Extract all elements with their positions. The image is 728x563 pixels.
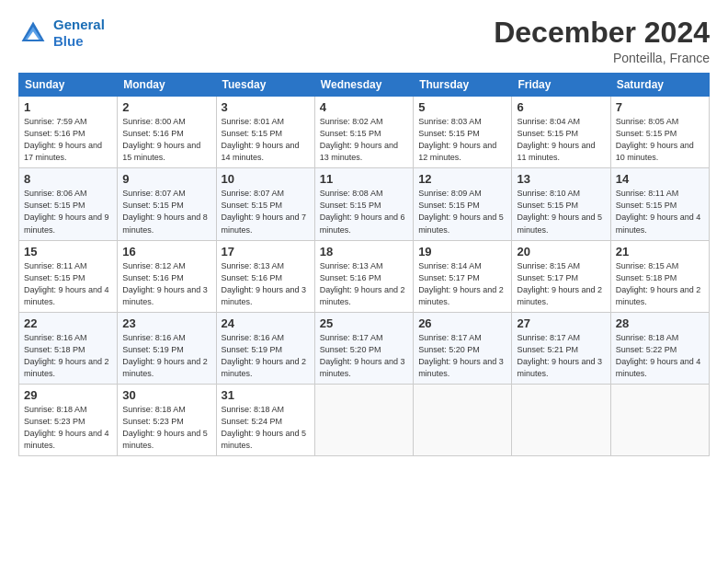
day-number: 7 xyxy=(616,100,704,114)
day-number: 18 xyxy=(320,245,408,259)
page: General Blue December 2024 Ponteilla, Fr… xyxy=(0,0,728,563)
day-number: 26 xyxy=(418,316,506,330)
calendar-day-5: 5Sunrise: 8:03 AMSunset: 5:15 PMDaylight… xyxy=(414,97,512,168)
day-number: 14 xyxy=(616,172,704,186)
day-number: 8 xyxy=(24,172,112,186)
day-info: Sunrise: 8:18 AMSunset: 5:22 PMDaylight:… xyxy=(616,332,704,380)
day-number: 10 xyxy=(222,172,310,186)
day-info: Sunrise: 8:18 AMSunset: 5:24 PMDaylight:… xyxy=(222,404,310,452)
day-number: 4 xyxy=(320,100,408,114)
day-number: 2 xyxy=(122,100,210,114)
day-number: 23 xyxy=(122,316,210,330)
calendar-day-22: 22Sunrise: 8:16 AMSunset: 5:18 PMDayligh… xyxy=(19,312,118,384)
calendar-day-31: 31Sunrise: 8:18 AMSunset: 5:24 PMDayligh… xyxy=(216,384,314,455)
logo-icon xyxy=(18,18,48,48)
calendar-day-14: 14Sunrise: 8:11 AMSunset: 5:15 PMDayligh… xyxy=(610,168,709,240)
day-info: Sunrise: 8:17 AMSunset: 5:20 PMDaylight:… xyxy=(418,332,506,380)
calendar-day-2: 2Sunrise: 8:00 AMSunset: 5:16 PMDaylight… xyxy=(118,97,216,168)
day-info: Sunrise: 8:09 AMSunset: 5:15 PMDaylight:… xyxy=(418,188,506,236)
day-number: 21 xyxy=(616,245,704,259)
day-info: Sunrise: 8:02 AMSunset: 5:15 PMDaylight:… xyxy=(320,116,408,164)
day-info: Sunrise: 8:11 AMSunset: 5:15 PMDaylight:… xyxy=(616,188,704,236)
calendar-day-28: 28Sunrise: 8:18 AMSunset: 5:22 PMDayligh… xyxy=(610,312,709,384)
day-number: 27 xyxy=(517,316,605,330)
calendar-week-2: 8Sunrise: 8:06 AMSunset: 5:15 PMDaylight… xyxy=(19,168,710,240)
header-sunday: Sunday xyxy=(19,74,118,97)
day-number: 5 xyxy=(418,100,506,114)
day-number: 30 xyxy=(122,388,210,402)
day-info: Sunrise: 8:13 AMSunset: 5:16 PMDaylight:… xyxy=(320,260,408,308)
header-saturday: Saturday xyxy=(610,74,709,97)
day-info: Sunrise: 8:17 AMSunset: 5:21 PMDaylight:… xyxy=(517,332,605,380)
weekday-header-row: Sunday Monday Tuesday Wednesday Thursday… xyxy=(19,74,710,97)
calendar-day-9: 9Sunrise: 8:07 AMSunset: 5:15 PMDaylight… xyxy=(118,168,216,240)
day-number: 11 xyxy=(320,172,408,186)
calendar-day-18: 18Sunrise: 8:13 AMSunset: 5:16 PMDayligh… xyxy=(314,240,413,312)
calendar-day-6: 6Sunrise: 8:04 AMSunset: 5:15 PMDaylight… xyxy=(512,97,610,168)
empty-cell xyxy=(414,384,512,455)
day-info: Sunrise: 8:04 AMSunset: 5:15 PMDaylight:… xyxy=(517,116,605,164)
day-info: Sunrise: 8:15 AMSunset: 5:17 PMDaylight:… xyxy=(517,260,605,308)
calendar-day-19: 19Sunrise: 8:14 AMSunset: 5:17 PMDayligh… xyxy=(414,240,512,312)
logo-line1: General xyxy=(53,17,105,32)
day-info: Sunrise: 8:13 AMSunset: 5:16 PMDaylight:… xyxy=(222,260,310,308)
empty-cell xyxy=(314,384,413,455)
calendar-day-12: 12Sunrise: 8:09 AMSunset: 5:15 PMDayligh… xyxy=(414,168,512,240)
empty-cell xyxy=(512,384,610,455)
header-monday: Monday xyxy=(118,74,216,97)
day-number: 19 xyxy=(418,245,506,259)
calendar-week-4: 22Sunrise: 8:16 AMSunset: 5:18 PMDayligh… xyxy=(19,312,710,384)
day-info: Sunrise: 8:15 AMSunset: 5:18 PMDaylight:… xyxy=(616,260,704,308)
calendar-day-21: 21Sunrise: 8:15 AMSunset: 5:18 PMDayligh… xyxy=(610,240,709,312)
month-title: December 2024 xyxy=(494,17,710,49)
day-info: Sunrise: 8:10 AMSunset: 5:15 PMDaylight:… xyxy=(517,188,605,236)
day-info: Sunrise: 8:07 AMSunset: 5:15 PMDaylight:… xyxy=(122,188,210,236)
day-number: 22 xyxy=(24,316,112,330)
calendar-week-3: 15Sunrise: 8:11 AMSunset: 5:15 PMDayligh… xyxy=(19,240,710,312)
title-block: December 2024 Ponteilla, France xyxy=(494,17,710,65)
day-number: 16 xyxy=(122,245,210,259)
calendar-day-15: 15Sunrise: 8:11 AMSunset: 5:15 PMDayligh… xyxy=(19,240,118,312)
calendar-day-1: 1Sunrise: 7:59 AMSunset: 5:16 PMDaylight… xyxy=(19,97,118,168)
calendar-week-5: 29Sunrise: 8:18 AMSunset: 5:23 PMDayligh… xyxy=(19,384,710,455)
calendar-day-24: 24Sunrise: 8:16 AMSunset: 5:19 PMDayligh… xyxy=(216,312,314,384)
day-number: 12 xyxy=(418,172,506,186)
calendar-day-3: 3Sunrise: 8:01 AMSunset: 5:15 PMDaylight… xyxy=(216,97,314,168)
calendar-day-16: 16Sunrise: 8:12 AMSunset: 5:16 PMDayligh… xyxy=(118,240,216,312)
calendar-day-25: 25Sunrise: 8:17 AMSunset: 5:20 PMDayligh… xyxy=(314,312,413,384)
day-number: 31 xyxy=(222,388,310,402)
day-number: 20 xyxy=(517,245,605,259)
calendar-table: Sunday Monday Tuesday Wednesday Thursday… xyxy=(18,73,710,456)
day-info: Sunrise: 8:11 AMSunset: 5:15 PMDaylight:… xyxy=(24,260,112,308)
header-tuesday: Tuesday xyxy=(216,74,314,97)
calendar-day-26: 26Sunrise: 8:17 AMSunset: 5:20 PMDayligh… xyxy=(414,312,512,384)
day-info: Sunrise: 8:00 AMSunset: 5:16 PMDaylight:… xyxy=(122,116,210,164)
day-number: 3 xyxy=(222,100,310,114)
day-info: Sunrise: 8:12 AMSunset: 5:16 PMDaylight:… xyxy=(122,260,210,308)
calendar-day-13: 13Sunrise: 8:10 AMSunset: 5:15 PMDayligh… xyxy=(512,168,610,240)
calendar-week-1: 1Sunrise: 7:59 AMSunset: 5:16 PMDaylight… xyxy=(19,97,710,168)
day-info: Sunrise: 8:16 AMSunset: 5:19 PMDaylight:… xyxy=(122,332,210,380)
day-info: Sunrise: 8:08 AMSunset: 5:15 PMDaylight:… xyxy=(320,188,408,236)
day-number: 28 xyxy=(616,316,704,330)
empty-cell xyxy=(610,384,709,455)
header-thursday: Thursday xyxy=(414,74,512,97)
day-info: Sunrise: 8:06 AMSunset: 5:15 PMDaylight:… xyxy=(24,188,112,236)
day-info: Sunrise: 8:07 AMSunset: 5:15 PMDaylight:… xyxy=(222,188,310,236)
day-number: 6 xyxy=(517,100,605,114)
logo: General Blue xyxy=(18,17,105,50)
day-number: 29 xyxy=(24,388,112,402)
calendar-day-29: 29Sunrise: 8:18 AMSunset: 5:23 PMDayligh… xyxy=(19,384,118,455)
header-wednesday: Wednesday xyxy=(314,74,413,97)
location: Ponteilla, France xyxy=(494,51,710,65)
day-info: Sunrise: 8:16 AMSunset: 5:19 PMDaylight:… xyxy=(222,332,310,380)
header: General Blue December 2024 Ponteilla, Fr… xyxy=(18,17,710,65)
calendar-day-23: 23Sunrise: 8:16 AMSunset: 5:19 PMDayligh… xyxy=(118,312,216,384)
header-friday: Friday xyxy=(512,74,610,97)
day-info: Sunrise: 8:16 AMSunset: 5:18 PMDaylight:… xyxy=(24,332,112,380)
calendar-day-11: 11Sunrise: 8:08 AMSunset: 5:15 PMDayligh… xyxy=(314,168,413,240)
calendar-day-10: 10Sunrise: 8:07 AMSunset: 5:15 PMDayligh… xyxy=(216,168,314,240)
day-info: Sunrise: 8:01 AMSunset: 5:15 PMDaylight:… xyxy=(222,116,310,164)
day-number: 13 xyxy=(517,172,605,186)
day-number: 17 xyxy=(222,245,310,259)
